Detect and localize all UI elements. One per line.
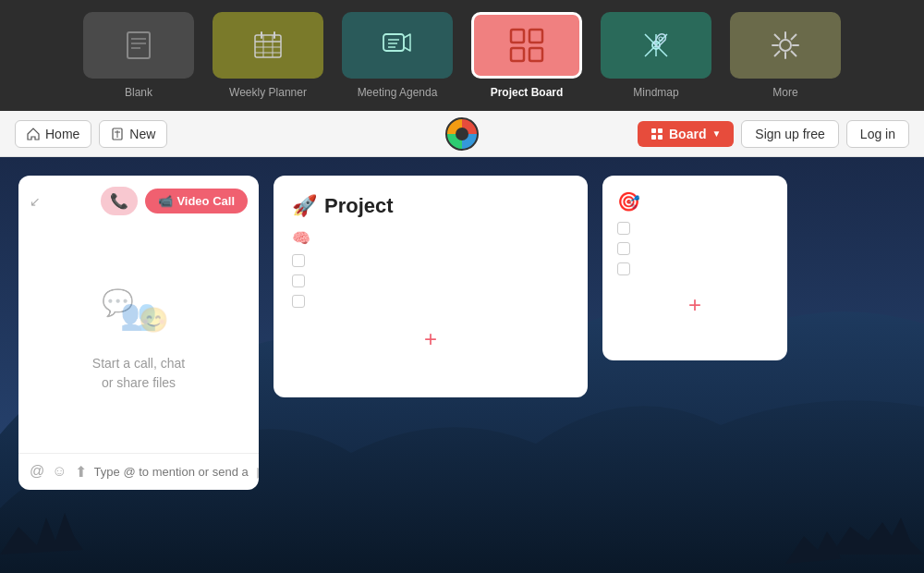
more-label: More bbox=[772, 86, 797, 99]
target-header: 🎯 bbox=[617, 190, 772, 213]
call-button[interactable]: 📞 bbox=[101, 187, 138, 215]
more-icon-box bbox=[730, 12, 841, 79]
template-weekly[interactable]: Weekly Planner bbox=[213, 12, 323, 99]
nav-center bbox=[445, 117, 479, 151]
project-items: 🧠 bbox=[292, 229, 569, 308]
chat-card: ↙ 📞 📹 Video Call 💬 👥 😊 Start a call, cha… bbox=[18, 176, 259, 490]
target-item-1 bbox=[617, 222, 772, 235]
chat-input[interactable] bbox=[94, 465, 249, 479]
mindmap-icon-box bbox=[601, 12, 711, 79]
blank-icon-box bbox=[83, 12, 194, 79]
attach-icon[interactable]: ⬆ bbox=[75, 463, 87, 481]
svg-rect-19 bbox=[511, 48, 524, 61]
project-title: 🚀 Project bbox=[292, 194, 569, 218]
home-icon bbox=[27, 128, 40, 140]
login-label: Log in bbox=[860, 127, 895, 141]
brain-emoji: 🧠 bbox=[292, 229, 310, 247]
project-item-1 bbox=[292, 254, 569, 267]
project-rocket-emoji: 🚀 bbox=[292, 194, 317, 218]
target-checkbox-1[interactable] bbox=[617, 222, 630, 235]
target-checkbox-3[interactable] bbox=[617, 262, 630, 275]
template-project[interactable]: Project Board bbox=[471, 12, 582, 99]
new-icon bbox=[111, 128, 124, 140]
nav-right: Board ▼ Sign up free Log in bbox=[638, 120, 909, 148]
project-item-3 bbox=[292, 295, 569, 308]
board-label: Board bbox=[669, 127, 706, 141]
svg-rect-0 bbox=[128, 32, 150, 58]
template-blank[interactable]: Blank bbox=[83, 12, 194, 99]
template-more[interactable]: More bbox=[730, 12, 841, 99]
board-button[interactable]: Board ▼ bbox=[638, 121, 734, 147]
navbar: Home New Board ▼ Sign up bbox=[0, 111, 924, 157]
project-icon-box bbox=[471, 12, 582, 79]
project-template-icon bbox=[506, 25, 547, 66]
home-button[interactable]: Home bbox=[15, 120, 91, 148]
svg-rect-20 bbox=[529, 48, 542, 61]
chat-header: ↙ 📞 📹 Video Call bbox=[18, 176, 259, 226]
svg-point-22 bbox=[659, 37, 663, 41]
svg-rect-31 bbox=[651, 128, 656, 133]
target-checkbox-2[interactable] bbox=[617, 242, 630, 255]
chat-empty-text: Start a call, chat or share files bbox=[92, 354, 185, 393]
svg-line-25 bbox=[791, 51, 796, 56]
mindmap-template-icon bbox=[638, 27, 675, 64]
home-label: Home bbox=[45, 127, 79, 141]
weekly-icon-box bbox=[213, 12, 323, 79]
target-add-button[interactable]: + bbox=[617, 292, 772, 318]
chat-content: 💬 👥 😊 Start a call, chat or share files bbox=[18, 226, 259, 453]
chat-smile-icon: 😊 bbox=[139, 306, 168, 335]
new-button[interactable]: New bbox=[99, 120, 167, 148]
app-logo bbox=[445, 117, 479, 151]
meeting-icon-box bbox=[342, 12, 453, 79]
target-emoji: 🎯 bbox=[617, 191, 640, 212]
send-icon[interactable]: ▶ bbox=[257, 463, 259, 481]
project-label: Project Board bbox=[491, 86, 564, 99]
signup-button[interactable]: Sign up free bbox=[741, 120, 839, 148]
project-title-text: Project bbox=[324, 194, 394, 218]
emoji-icon[interactable]: ☺ bbox=[52, 463, 67, 481]
chat-actions: 📞 📹 Video Call bbox=[101, 187, 248, 215]
project-add-button[interactable]: + bbox=[292, 326, 569, 352]
cards-container: ↙ 📞 📹 Video Call 💬 👥 😊 Start a call, cha… bbox=[0, 157, 924, 573]
meeting-template-icon bbox=[379, 27, 416, 64]
meeting-label: Meeting Agenda bbox=[358, 86, 438, 99]
project-checkbox-3[interactable] bbox=[292, 295, 305, 308]
template-meeting[interactable]: Meeting Agenda bbox=[342, 12, 453, 99]
blank-template-icon bbox=[120, 27, 157, 64]
mention-icon[interactable]: @ bbox=[30, 463, 44, 481]
target-item-2 bbox=[617, 242, 772, 255]
template-mindmap[interactable]: Mindmap bbox=[601, 12, 711, 99]
chat-footer-icons: @ ☺ ⬆ bbox=[30, 463, 87, 481]
logo-inner bbox=[456, 128, 468, 140]
target-card: 🎯 + bbox=[602, 176, 787, 360]
svg-rect-33 bbox=[651, 135, 656, 140]
chat-footer: @ ☺ ⬆ ▶ bbox=[18, 453, 259, 490]
signup-label: Sign up free bbox=[755, 127, 825, 141]
svg-point-23 bbox=[780, 40, 791, 51]
video-call-button[interactable]: 📹 Video Call bbox=[145, 189, 248, 213]
board-chevron-icon: ▼ bbox=[711, 128, 721, 139]
svg-rect-34 bbox=[658, 135, 663, 140]
svg-line-26 bbox=[791, 34, 796, 40]
svg-rect-18 bbox=[529, 30, 542, 43]
svg-rect-17 bbox=[511, 30, 524, 43]
project-checkbox-1[interactable] bbox=[292, 254, 305, 267]
svg-line-27 bbox=[774, 51, 780, 56]
login-button[interactable]: Log in bbox=[846, 120, 909, 148]
nav-left: Home New bbox=[15, 120, 167, 148]
chat-empty-icons: 💬 👥 😊 bbox=[102, 287, 176, 343]
project-item-2 bbox=[292, 274, 569, 287]
project-checkbox-2[interactable] bbox=[292, 274, 305, 287]
weekly-label: Weekly Planner bbox=[229, 86, 307, 99]
project-card: 🚀 Project 🧠 + bbox=[274, 176, 588, 397]
mindmap-label: Mindmap bbox=[633, 86, 678, 99]
blank-label: Blank bbox=[125, 86, 152, 99]
shrink-icon[interactable]: ↙ bbox=[30, 194, 41, 209]
video-call-label: Video Call bbox=[176, 194, 235, 208]
template-bar: Blank Weekly Planner bbox=[0, 0, 924, 111]
board-icon bbox=[650, 128, 663, 140]
project-item-brain: 🧠 bbox=[292, 229, 569, 247]
main-area: ↙ 📞 📹 Video Call 💬 👥 😊 Start a call, cha… bbox=[0, 157, 924, 573]
svg-rect-4 bbox=[255, 35, 281, 57]
svg-rect-12 bbox=[383, 34, 404, 51]
